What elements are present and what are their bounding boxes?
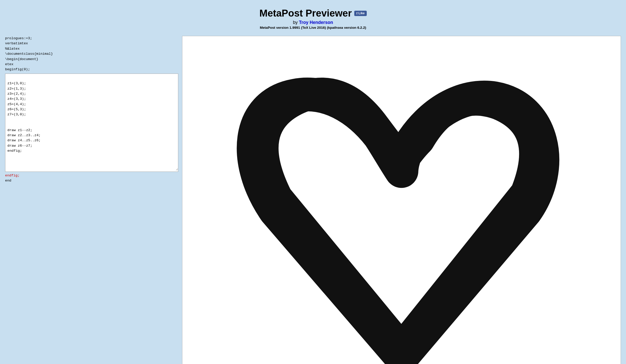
code-prefix: prologues:=3; verbatimtex %&latex \docum… [5,36,178,72]
fb-icon: f [356,11,357,15]
main-content: prologues:=3; verbatimtex %&latex \docum… [5,36,621,364]
author-line: by Troy Henderson [5,20,621,25]
version-info: MetaPost version 1.9991 (TeX Live 2016) … [5,26,621,30]
author-link[interactable]: Troy Henderson [299,20,333,25]
fb-like-label: Like [359,11,365,15]
preview-svg [204,56,599,364]
author-prefix: by [293,20,299,25]
left-panel: prologues:=3; verbatimtex %&latex \docum… [5,36,178,364]
fb-like-button[interactable]: f Like [354,11,366,16]
code-editor[interactable]: z1=(3,0); z2=(1,3); z3=(2,4); z4=(3,3); … [5,74,178,171]
editor-wrapper: z1=(3,0); z2=(1,3); z3=(2,4); z4=(3,3); … [5,74,178,172]
preview-panel [182,36,621,364]
page-title: MetaPost Previewer [259,8,352,19]
page-header: MetaPost Previewer f Like by Troy Hender… [5,5,621,33]
code-suffix: endfig; end [5,173,178,184]
